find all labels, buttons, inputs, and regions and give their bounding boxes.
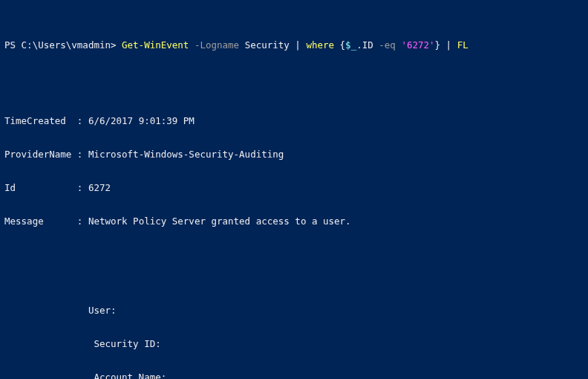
field-providername: ProviderName : Microsoft-Windows-Securit… <box>4 149 584 160</box>
brace-open: { <box>340 39 346 51</box>
cmdlet: Get-WinEvent <box>122 39 189 51</box>
brace-close: } <box>435 39 446 51</box>
field-timecreated: TimeCreated : 6/6/2017 9:01:39 PM <box>4 115 584 126</box>
pipe: | <box>446 39 457 51</box>
format-list: FL <box>457 39 468 51</box>
string-literal: '6272' <box>401 39 434 51</box>
field-id: Id : 6272 <box>4 182 584 193</box>
user-security-id: Security ID: <box>4 338 584 349</box>
field-message: Message : Network Policy Server granted … <box>4 216 584 227</box>
command-line[interactable]: PS C:\Users\vmadmin> Get-WinEvent -Logna… <box>4 39 584 51</box>
dash-eq: -eq <box>379 39 401 51</box>
where-keyword: where <box>306 39 339 51</box>
param-flag: -Logname <box>189 39 244 51</box>
dollar-underscore: $_ <box>345 39 356 51</box>
blank-line <box>4 260 584 271</box>
output-block: TimeCreated : 6/6/2017 9:01:39 PM Provid… <box>4 93 584 379</box>
param-value: Security <box>245 39 295 51</box>
user-account-name: Account Name: <box>4 372 584 379</box>
powershell-terminal[interactable]: PS C:\Users\vmadmin> Get-WinEvent -Logna… <box>0 0 588 379</box>
pipe: | <box>295 39 306 51</box>
prompt-prefix: PS C:\Users\vmadmin> <box>4 39 122 51</box>
dot-id: .ID <box>356 39 379 51</box>
section-user-title: User: <box>4 305 584 316</box>
